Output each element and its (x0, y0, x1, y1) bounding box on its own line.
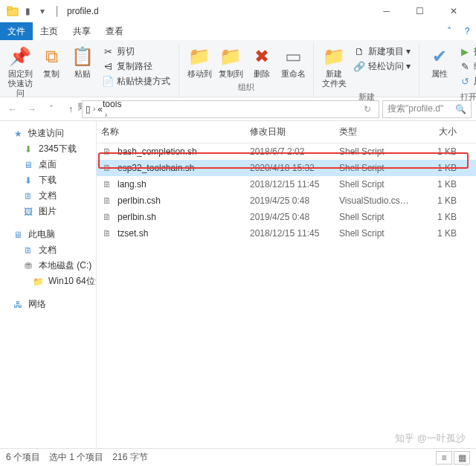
rename-button[interactable]: ▭重命名 (277, 43, 309, 80)
view-icons-button[interactable]: ▦ (454, 451, 470, 465)
file-date: 2019/4/25 0:48 (245, 195, 335, 207)
newfolder-button[interactable]: 📁新建 文件夹 (318, 43, 350, 90)
sidebar-quickaccess[interactable]: ★快速访问 (0, 126, 96, 141)
file-type: Shell Script (335, 211, 416, 223)
col-size[interactable]: 大小 (416, 124, 461, 140)
close-button[interactable]: ✕ (437, 0, 470, 22)
copy-button[interactable]: ⧉复制 (36, 43, 67, 80)
minimize-button[interactable]: ─ (370, 0, 403, 22)
up-button[interactable]: ↑ (62, 101, 79, 117)
file-date: 2018/12/15 11:45 (245, 227, 335, 239)
sidebar-thispc[interactable]: 🖥此电脑 (0, 227, 96, 242)
qat-sep: │ (51, 4, 64, 18)
chevron-icon[interactable]: › (91, 105, 97, 113)
file-row[interactable]: 🗎esp32_toolchain.sh 2020/4/18 15:32 Shel… (97, 160, 476, 176)
file-row[interactable]: 🗎perlbin.sh 2019/4/25 0:48 Shell Script … (97, 209, 476, 225)
chevron-icon[interactable]: › (103, 111, 109, 118)
copypath-button[interactable]: ⩤复制路径 (100, 59, 173, 74)
open-button[interactable]: ▶打开 ▾ (457, 45, 476, 59)
address-bar: ← → ˅ ↑ ▯ › « study›MCU›ESP8266›tools›ms… (0, 97, 476, 121)
easyaccess-button[interactable]: 🔗轻松访问 ▾ (351, 59, 413, 74)
cut-button[interactable]: ✂剪切 (100, 45, 173, 59)
ribbon-collapse-icon[interactable]: ˄ (440, 22, 458, 40)
col-type[interactable]: 类型 (335, 124, 416, 140)
sidebar-localdisk[interactable]: ⛃本地磁盘 (C:) (0, 258, 96, 274)
pasteshortcut-button[interactable]: 📄粘贴快捷方式 (100, 74, 173, 88)
recent-button[interactable]: ˅ (43, 101, 60, 117)
copyto-button[interactable]: 📁复制到 (215, 43, 246, 80)
file-name: esp32_toolchain.sh (118, 163, 194, 173)
col-date[interactable]: 修改日期 (245, 124, 335, 140)
file-row[interactable]: 🗎lang.sh 2018/12/15 11:45 Shell Script 1… (97, 176, 476, 192)
file-size: 1 KB (416, 211, 461, 223)
path-root-icon[interactable]: ▯ (86, 104, 91, 114)
sidebar-2345[interactable]: ⬇2345下载 (0, 141, 96, 157)
column-headers: 名称 修改日期 类型 大小 (97, 121, 476, 143)
tab-home[interactable]: 主页 (33, 22, 65, 40)
breadcrumb-path[interactable]: ▯ › « study›MCU›ESP8266›tools›msys32›etc… (82, 100, 379, 118)
file-name: perlbin.csh (118, 195, 161, 206)
ribbon: 📌固定到 快速访问 ⧉复制 📋粘贴 ✂剪切 ⩤复制路径 📄粘贴快捷方式 剪贴板 … (0, 40, 476, 97)
pin-button[interactable]: 📌固定到 快速访问 (4, 43, 36, 100)
tab-file[interactable]: 文件 (0, 22, 33, 40)
delete-button[interactable]: ✖删除 (246, 43, 277, 80)
file-date: 2018/12/15 11:45 (245, 178, 335, 190)
status-bytes: 216 字节 (112, 451, 147, 464)
view-details-button[interactable]: ≡ (436, 451, 452, 465)
qat-dropdown[interactable]: ▾ (36, 4, 49, 18)
search-input[interactable]: 搜索"profile.d" 🔍 (382, 100, 472, 118)
file-list: 🗎bash_completion.sh 2018/6/7 2:02 Shell … (97, 143, 476, 242)
sidebar-pictures[interactable]: 🖼图片 (0, 204, 96, 219)
file-row[interactable]: 🗎tzset.sh 2018/12/15 11:45 Shell Script … (97, 225, 476, 242)
paste-button[interactable]: 📋粘贴 (67, 43, 98, 80)
ribbon-group-new: 📁新建 文件夹 🗋新建项目 ▾ 🔗轻松访问 ▾ 新建 (314, 43, 419, 97)
properties-button[interactable]: ✔属性 (424, 43, 455, 80)
sidebar-desktop[interactable]: 🖥桌面 (0, 157, 96, 172)
crumb-overflow[interactable]: « (97, 104, 103, 114)
newitem-button[interactable]: 🗋新建项目 ▾ (351, 45, 413, 59)
file-icon: 🗎 (101, 178, 113, 190)
col-name[interactable]: 名称 (97, 124, 245, 140)
sidebar-network[interactable]: 🖧网络 (0, 297, 96, 312)
file-type: Shell Script (335, 146, 416, 158)
folder-icon (6, 4, 19, 18)
status-count: 6 个项目 (6, 451, 40, 464)
file-size: 1 KB (416, 146, 461, 158)
file-type: Shell Script (335, 227, 416, 239)
qat-btn[interactable]: ▮ (21, 4, 34, 18)
file-type: Shell Script (335, 162, 416, 174)
file-name: tzset.sh (118, 228, 148, 239)
file-icon: 🗎 (101, 146, 113, 158)
sidebar-documents[interactable]: 🗎文档 (0, 188, 96, 204)
forward-button[interactable]: → (24, 101, 40, 117)
sidebar-documents2[interactable]: 🗎文档 (0, 242, 96, 258)
edit-button[interactable]: ✎编辑 (457, 59, 476, 74)
file-row[interactable]: 🗎bash_completion.sh 2018/6/7 2:02 Shell … (97, 143, 476, 160)
ribbon-group-clipboard: 📌固定到 快速访问 ⧉复制 📋粘贴 ✂剪切 ⩤复制路径 📄粘贴快捷方式 剪贴板 (0, 43, 179, 97)
file-date: 2020/4/18 15:32 (245, 162, 335, 174)
file-icon: 🗎 (101, 162, 113, 174)
moveto-button[interactable]: 📁移动到 (184, 43, 215, 80)
tab-view[interactable]: 查看 (98, 22, 131, 40)
file-size: 1 KB (416, 178, 461, 190)
file-pane: 名称 修改日期 类型 大小 🗎bash_completion.sh 2018/6… (97, 121, 476, 448)
maximize-button[interactable]: ☐ (403, 0, 437, 22)
history-button[interactable]: ↺历史记录 (457, 74, 476, 88)
ribbon-group-organize: 📁移动到 📁复制到 ✖删除 ▭重命名 组织 (179, 43, 314, 97)
back-button[interactable]: ← (4, 101, 21, 117)
sidebar-win10[interactable]: 📁Win10 64位专 (0, 274, 96, 289)
help-icon[interactable]: ? (458, 22, 476, 40)
window-title: profile.d (67, 6, 370, 16)
refresh-icon[interactable]: ↻ (359, 101, 376, 117)
tab-share[interactable]: 共享 (65, 22, 98, 40)
file-icon: 🗎 (101, 211, 113, 223)
ribbon-group-open: ✔属性 ▶打开 ▾ ✎编辑 ↺历史记录 打开 (419, 43, 476, 97)
svg-rect-1 (7, 7, 12, 10)
file-row[interactable]: 🗎perlbin.csh 2019/4/25 0:48 VisualStudio… (97, 192, 476, 209)
crumb-tools[interactable]: tools (103, 100, 141, 109)
file-name: perlbin.sh (118, 212, 156, 222)
file-icon: 🗎 (101, 227, 113, 239)
file-size: 1 KB (416, 195, 461, 207)
sidebar-downloads[interactable]: ⬇下载 (0, 172, 96, 188)
titlebar: ▮ ▾ │ profile.d ─ ☐ ✕ (0, 0, 476, 22)
